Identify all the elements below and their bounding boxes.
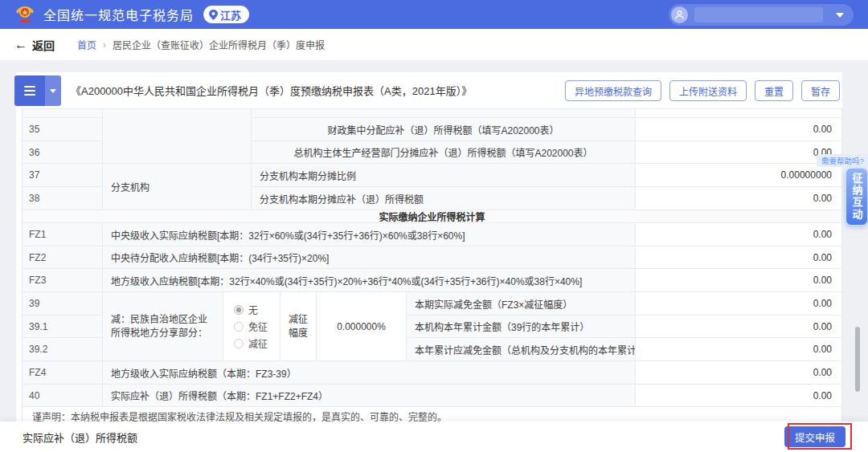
reset-button[interactable]: 重置: [755, 80, 793, 101]
form-menu-button[interactable]: [14, 75, 61, 106]
row-number: 35: [23, 118, 103, 141]
rate-value-field[interactable]: 0.000000%: [317, 292, 407, 361]
table-block-headquarters: 总机构 35 财政集中分配应补（退）所得税额（填写A202000表） 0.00 …: [23, 109, 841, 164]
value-field[interactable]: 0.00: [636, 292, 841, 316]
breadcrumb-separator: ›: [103, 39, 106, 51]
reduction-label: 减：民族自治地区企业所得税地方分享部分：: [103, 292, 223, 361]
tax-form-table: 总机构 35 财政集中分配应补（退）所得税额（填写A202000表） 0.00 …: [22, 108, 842, 421]
value-field[interactable]: 0.00: [636, 385, 841, 407]
row-number: 37: [23, 164, 103, 187]
row-number: 36: [23, 141, 103, 164]
user-menu[interactable]: [669, 4, 854, 26]
table-cell: [252, 109, 636, 118]
form-title: 《A200000中华人民共和国企业所得税月（季）度预缴纳税申报表（A类，2021…: [71, 72, 472, 108]
row-number: 38: [23, 187, 103, 210]
menu-caret-button[interactable]: [45, 75, 61, 106]
value-field[interactable]: 0.00: [636, 361, 841, 385]
row-desc: 总机构主体生产经营部门分摊应补（退）所得税额（填写A202000表）: [252, 141, 636, 164]
interaction-side-tab[interactable]: 征纳互动: [845, 168, 868, 226]
row-desc: 本年累计应减免金额（总机构及分支机构的本年累计，总机构填报）: [407, 338, 636, 361]
row-desc: 中央级收入实际应纳税额[本期：32行×60%或(34行+35行+36行)×60%…: [103, 223, 636, 246]
back-arrow-icon: ←: [14, 38, 27, 52]
save-draft-button[interactable]: 暂存: [801, 80, 840, 101]
table-block-fz: FZ1 中央级收入实际应纳税额[本期：32行×60%或(34行+35行+36行)…: [23, 223, 841, 292]
submit-declaration-button[interactable]: 提交申报: [784, 426, 845, 447]
table-cell: [636, 109, 841, 118]
row-number: 39.1: [23, 316, 103, 338]
radio-icon[interactable]: [234, 305, 244, 315]
declaration-text: 谨声明：本纳税申报表是根据国家税收法律法规及相关规定填报的，是真实的、可靠的、完…: [23, 407, 841, 421]
region-badge[interactable]: 江苏: [203, 6, 249, 23]
value-field[interactable]: 0.00: [636, 187, 841, 210]
radio-option-exempt[interactable]: 免征: [234, 320, 268, 333]
value-field[interactable]: 0.00: [636, 338, 841, 361]
section-header: 实际缴纳企业所得税计算: [23, 210, 841, 223]
vertical-scrollbar[interactable]: [855, 327, 860, 392]
value-field[interactable]: 0.00000000: [636, 164, 841, 187]
row-desc: 地方级收入应纳税额[本期：32行×40%或(34行+35行)×20%+36行*4…: [103, 269, 636, 292]
top-bar: 全国统一规范电子税务局 江苏: [0, 0, 868, 29]
row-desc: 财政集中分配应补（退）所得税额（填写A202000表）: [252, 118, 636, 141]
value-field[interactable]: 0.00: [636, 223, 841, 246]
hamburger-icon[interactable]: [14, 75, 45, 106]
row-desc: 分支机构本期分摊应补（退）所得税额: [252, 187, 636, 210]
row-number: FZ4: [23, 361, 103, 385]
row-desc: 中央待分配收入应纳税额[本期：(34行+35行)×20%]: [103, 246, 636, 269]
category-cell-headquarters: 总机构: [103, 109, 252, 164]
value-field[interactable]: 0.00: [636, 141, 841, 164]
category-label: 总机构: [111, 109, 140, 112]
table-block-branch: 37 分支机构 分支机构本期分摊比例 0.00000000 38 分支机构本期分…: [23, 164, 841, 210]
location-pin-icon: [209, 10, 218, 20]
radio-icon[interactable]: [234, 339, 244, 348]
row-number: 40: [23, 385, 103, 407]
category-cell-branch: 分支机构: [103, 164, 252, 210]
user-name-redacted: [694, 7, 823, 22]
footer-summary-label: 实际应补（退）所得税额: [23, 421, 137, 452]
row-desc: 本期实际减免金额（FZ3×减征幅度）: [407, 292, 636, 316]
chevron-down-icon: [50, 89, 56, 93]
row-desc: 地方级收入实际应纳税额（本期：FZ3-39）: [103, 361, 636, 385]
form-card: 《A200000中华人民共和国企业所得税月（季）度预缴纳税申报表（A类，2021…: [16, 72, 842, 421]
table-block-bottom: FZ4 地方级收入实际应纳税额（本期：FZ3-39） 0.00 40 实际应补（…: [23, 361, 841, 407]
breadcrumb-current: 居民企业（查账征收）企业所得税月（季）度申报: [113, 38, 325, 51]
row-number: 39: [23, 292, 103, 316]
row-desc: 分支机构本期分摊比例: [252, 164, 636, 187]
row-number: 39.2: [23, 338, 103, 361]
radio-icon[interactable]: [234, 322, 244, 332]
footer-bar: 实际应补（退）所得税额 提交申报: [0, 421, 868, 452]
table-cell: [23, 109, 103, 118]
toolbar-buttons: 异地预缴税款查询 上传附送资料 重置 暂存: [565, 80, 840, 101]
back-button[interactable]: ← 返回: [14, 37, 55, 53]
row-number: FZ2: [23, 246, 103, 269]
row-number: FZ3: [23, 269, 103, 292]
chevron-down-icon[interactable]: [836, 13, 844, 18]
app-title: 全国统一规范电子税务局: [43, 5, 194, 24]
radio-option-reduce[interactable]: 减征: [234, 336, 268, 350]
value-field[interactable]: 0.00: [636, 316, 841, 338]
help-tooltip: 需要帮助吗?: [817, 154, 868, 167]
value-field[interactable]: 0.00: [636, 269, 841, 292]
region-label: 江苏: [220, 7, 241, 22]
remote-prepaid-tax-query-button[interactable]: 异地预缴税款查询: [565, 80, 661, 101]
page: 全国统一规范电子税务局 江苏 ← 返回 首页 › 居民企业（查账征收）企业所得税…: [0, 0, 868, 452]
reduction-radio-group: 无 免征 减征: [223, 292, 280, 361]
value-field[interactable]: 0.00: [636, 246, 841, 269]
radio-option-none[interactable]: 无: [234, 303, 258, 316]
back-label: 返回: [32, 37, 55, 53]
user-avatar-icon: [671, 6, 688, 23]
upload-attachment-button[interactable]: 上传附送资料: [669, 80, 747, 101]
breadcrumb-home[interactable]: 首页: [77, 38, 96, 51]
rate-label: 减征幅度: [280, 292, 317, 361]
breadcrumb-bar: ← 返回 首页 › 居民企业（查账征收）企业所得税月（季）度申报: [0, 29, 868, 60]
row-number: FZ1: [23, 223, 103, 246]
value-field[interactable]: 0.00: [636, 118, 841, 141]
table-block-ethnic-reduction: 39 减：民族自治地区企业所得税地方分享部分： 无 免征 减征 减征幅度 0.0…: [23, 292, 841, 361]
breadcrumb: 首页 › 居民企业（查账征收）企业所得税月（季）度申报: [77, 38, 325, 51]
row-desc: 本机构本年累计金额（39行的本年累计）: [407, 316, 636, 338]
row-desc: 实际应补（退）所得税额（本期：FZ1+FZ2+FZ4）: [103, 385, 636, 407]
tax-bureau-logo-icon: [14, 3, 35, 26]
